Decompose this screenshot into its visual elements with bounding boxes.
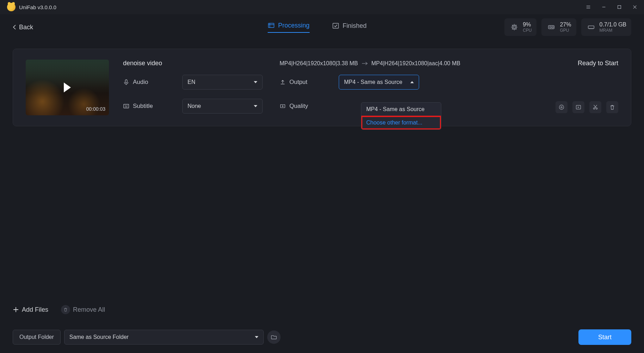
svg-rect-4: [513, 26, 515, 28]
processing-icon: [268, 22, 275, 29]
bottom-actions: Add Files Remove All: [13, 305, 105, 314]
mic-icon: [123, 79, 129, 85]
arrow-right-icon: [362, 61, 368, 66]
titlebar-left: UniFab v3.0.0.0: [7, 3, 56, 11]
subtitle-label: Subtitle: [123, 103, 165, 110]
output-dropdown: MP4 - Same as Source Choose other format…: [361, 102, 441, 130]
start-button[interactable]: Start: [578, 329, 631, 345]
cpu-icon: [509, 22, 519, 32]
quality-label-text: Quality: [289, 103, 308, 110]
output-folder-value: Same as Source Folder: [69, 334, 129, 340]
close-button[interactable]: [631, 4, 638, 11]
thumbnail-duration: 00:00:03: [86, 106, 106, 112]
ram-value: 0.7/1.0 GB: [600, 21, 627, 28]
cpu-value: 9%: [523, 21, 532, 28]
audio-label: Audio: [123, 79, 165, 86]
metric-cpu: 9% CPU: [504, 18, 536, 36]
remove-all-button[interactable]: Remove All: [61, 305, 105, 314]
output-folder-label: Output Folder: [13, 330, 61, 345]
metric-gpu: 27% GPU: [541, 18, 576, 36]
audio-select-value: EN: [188, 79, 195, 85]
output-label-text: Output: [289, 79, 307, 86]
tab-processing-label: Processing: [278, 22, 309, 29]
header: Back Processing Finished 9% CPU 27% GPU: [0, 14, 644, 40]
task-title: denoise video: [123, 60, 162, 67]
remove-all-label: Remove All: [73, 306, 105, 314]
app-title: UniFab v3.0.0.0: [19, 4, 56, 10]
subtitle-icon: [123, 103, 129, 109]
source-spec: MP4|H264|1920x1080|3.38 MB: [280, 60, 358, 67]
quality-icon: [280, 103, 286, 109]
caret-down-icon: [255, 336, 258, 338]
output-label: Output: [280, 79, 322, 86]
svg-rect-0: [618, 6, 621, 9]
svg-point-15: [593, 108, 595, 109]
svg-rect-1: [268, 23, 274, 28]
output-option-choose-other[interactable]: Choose other format...: [361, 116, 441, 129]
audio-label-text: Audio: [133, 79, 148, 86]
svg-rect-3: [513, 25, 516, 29]
task-actions: [556, 101, 618, 113]
browse-folder-button[interactable]: [267, 330, 281, 344]
back-label: Back: [19, 24, 33, 31]
play-icon: [64, 83, 71, 92]
app-logo-icon: [7, 3, 16, 11]
tab-processing[interactable]: Processing: [268, 22, 309, 33]
output-option-same-as-source[interactable]: MP4 - Same as Source: [361, 103, 441, 116]
upload-icon: [280, 79, 286, 85]
maximize-button[interactable]: [616, 4, 623, 11]
svg-point-6: [550, 26, 551, 28]
metric-ram: 0.7/1.0 GB MRAM: [581, 18, 632, 36]
preview-button[interactable]: [572, 101, 584, 113]
ram-label: MRAM: [600, 28, 627, 33]
svg-rect-9: [125, 80, 127, 83]
minimize-button[interactable]: [600, 4, 607, 11]
subtitle-select-value: None: [188, 103, 201, 109]
task-top-row: denoise video MP4|H264|1920x1080|3.38 MB…: [123, 60, 618, 67]
output-folder-select[interactable]: Same as Source Folder: [64, 330, 264, 345]
svg-rect-2: [333, 23, 338, 28]
caret-down-icon: [254, 105, 257, 107]
svg-point-13: [561, 106, 562, 108]
add-files-label: Add Files: [22, 306, 48, 314]
titlebar-controls: [585, 4, 638, 11]
finished-icon: [332, 22, 339, 29]
svg-point-16: [596, 108, 597, 109]
settings-button[interactable]: [556, 101, 568, 113]
tabs: Processing Finished: [268, 22, 367, 33]
output-select-value: MP4 - Same as Source: [344, 79, 402, 85]
cpu-label: CPU: [523, 28, 532, 33]
caret-up-icon: [410, 81, 414, 83]
svg-point-12: [559, 105, 564, 110]
output-select[interactable]: MP4 - Same as Source: [339, 75, 419, 90]
svg-rect-10: [124, 104, 129, 108]
task-status: Ready to Start: [578, 60, 618, 67]
svg-point-7: [552, 26, 554, 28]
audio-select[interactable]: EN: [182, 75, 263, 90]
caret-down-icon: [254, 81, 257, 83]
trim-button[interactable]: [589, 101, 601, 113]
subtitle-select[interactable]: None: [182, 99, 263, 114]
gpu-label: GPU: [560, 28, 571, 33]
tab-finished[interactable]: Finished: [332, 22, 367, 33]
quality-label: Quality: [280, 103, 322, 110]
video-thumbnail[interactable]: 00:00:03: [26, 60, 109, 115]
metrics: 9% CPU 27% GPU 0.7/1.0 GB MRAM: [504, 18, 631, 36]
add-files-button[interactable]: Add Files: [13, 306, 48, 314]
ram-icon: [586, 22, 596, 32]
tab-finished-label: Finished: [343, 22, 367, 30]
gpu-value: 27%: [560, 21, 571, 28]
svg-rect-8: [588, 26, 594, 28]
task-card: 00:00:03 denoise video MP4|H264|1920x108…: [13, 49, 631, 126]
trash-icon: [61, 305, 70, 314]
footer: Output Folder Same as Source Folder Star…: [0, 321, 644, 353]
gpu-icon: [546, 22, 556, 32]
delete-button[interactable]: [606, 101, 618, 113]
task-conversion-info: MP4|H264|1920x1080|3.38 MB MP4|H264|1920…: [280, 60, 460, 67]
back-button[interactable]: Back: [13, 24, 33, 31]
menu-icon[interactable]: [585, 4, 592, 11]
chevron-left-icon: [13, 24, 16, 30]
target-spec: MP4|H264|1920x1080|aac|4.00 MB: [372, 60, 460, 67]
subtitle-label-text: Subtitle: [133, 103, 153, 110]
titlebar: UniFab v3.0.0.0: [0, 0, 644, 14]
